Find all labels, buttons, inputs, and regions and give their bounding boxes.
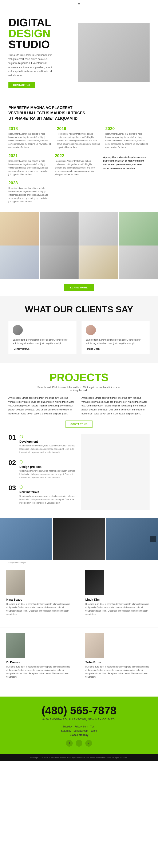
step-1-text: Ut enim ad minim veniam, quis nostrud ex… [19, 444, 77, 454]
projects-right-paragraph: Arttis sodeni utmed expros fughest imod … [81, 396, 150, 415]
year-2021: 2021 [8, 153, 51, 158]
projects-content: Arttis sodeni utmed expros fughest imod … [8, 396, 150, 415]
social-links: f t i [8, 740, 150, 747]
year-2019-text: Recruitment Agency that strives to help … [57, 132, 101, 149]
twitter-icon[interactable]: t [76, 740, 82, 747]
team-member-nina-text: Duis aute irure dolor in reprehenderit i… [6, 602, 73, 616]
avatar-jeffrey-image [12, 325, 23, 335]
about-section: PHARETRA MAGNA AC PLACERAT VESTIBULUM LE… [0, 97, 158, 212]
projects-left-paragraph: Arttis sodeni utmed expros fughest imod … [8, 396, 77, 415]
team-member-linda-image [85, 570, 104, 595]
step-2-title: Design projects [19, 465, 77, 468]
gallery-section: LEARN MORE [0, 212, 158, 296]
portfolio-images [0, 518, 158, 560]
clients-heading: WHAT OUR CLIENTS SAY [8, 304, 150, 314]
testimonial-1-text: Sample text. Lorem ipsum dolor sit amet,… [12, 338, 72, 345]
clients-section: WHAT OUR CLIENTS SAY Sample text. Lorem … [0, 296, 158, 363]
cta-phone: (480) 565-7878 [8, 704, 150, 717]
portfolio-image-1 [0, 518, 52, 560]
cta-section: (480) 565-7878 6460 RHONDA RD, ALLENTOWN… [0, 696, 158, 754]
team-member-di-arrow[interactable]: → [6, 681, 73, 685]
portfolio-next-arrow[interactable]: › [150, 536, 156, 542]
testimonial-2-text: Sample text. Lorem ipsum dolor sit amet,… [86, 338, 146, 345]
team-member-sofia-image [85, 633, 104, 658]
hero-image-inner [78, 23, 150, 82]
team-member-nina: Nina Scavo Duis aute irure dolor in repr… [0, 565, 79, 627]
team-member-linda-text: Duis aute irure dolor in reprehenderit i… [85, 602, 152, 616]
cta-address: 6460 RHONDA RD, ALLENTOWN, NEW MEXICO 54… [8, 718, 150, 721]
instagram-icon[interactable]: i [85, 740, 92, 747]
testimonial-2: Sample text. Lorem ipsum dolor sit amet,… [81, 321, 150, 354]
team-member-sofia-arrow[interactable]: → [85, 681, 152, 685]
projects-section: PROJECTS Sample text. Click to select th… [0, 363, 158, 518]
footer-text: Copyright 2024. Click to select the text… [2, 757, 156, 759]
year-2018: 2018 [8, 126, 53, 131]
projects-left-text: Arttis sodeni utmed expros fughest imod … [8, 396, 77, 415]
testimonials-container: Sample text. Lorem ipsum dolor sit amet,… [8, 321, 150, 354]
team-member-nina-name: Nina Scavo [6, 598, 73, 601]
timeline-item-2022: 2022 Recruitment Agency that strives to … [55, 153, 97, 176]
projects-intro-text: Sample text. Click to select the text bo… [37, 386, 121, 392]
team-section: Nina Scavo Duis aute irure dolor in repr… [0, 565, 158, 696]
step-2-number: 02 [8, 459, 16, 466]
steps-container: 01 ⬡ Development Ut enim ad minim veniam… [8, 434, 150, 510]
team-member-sofia: Sofia Brown Duis aute irure dolor in rep… [79, 627, 158, 690]
step-3-title: New materials [19, 490, 77, 494]
hamburger-menu[interactable]: ≡ [0, 0, 158, 9]
timeline-row-1: 2018 Recruitment Agency that strives to … [8, 126, 150, 149]
timeline-item-2021: 2021 Recruitment Agency that strives to … [8, 153, 51, 176]
hamburger-icon: ≡ [78, 2, 80, 6]
gallery-item-1 [0, 212, 39, 246]
step-3-content: ⬡ New materials Ut enim ad minim veniam,… [19, 485, 77, 505]
facebook-icon[interactable]: f [66, 740, 73, 747]
step-2-icon: ⬡ [19, 459, 77, 464]
year-2020: 2020 [105, 126, 150, 131]
cta-closed: Closed Monday [8, 734, 150, 737]
team-member-nina-arrow[interactable]: → [6, 618, 73, 622]
hero-text: DIGITAL DESIGN STUDIO Duis aute irure do… [8, 17, 55, 88]
timeline-item-2023: 2023 Recruitment Agency that strives to … [8, 181, 51, 204]
step-1-content: ⬡ Development Ut enim ad minim veniam, q… [19, 434, 77, 454]
cta-hours-1: Tuesday - Friday: 9am - 7pm [8, 725, 150, 728]
team-member-sofia-name: Sofia Brown [85, 660, 152, 664]
hero-title: DIGITAL DESIGN STUDIO [8, 17, 55, 50]
portfolio-section: › [0, 518, 158, 560]
projects-heading: PROJECTS [8, 371, 150, 384]
year-2021-text: Recruitment Agency that strives to help … [8, 159, 51, 176]
step-1-number: 01 [8, 434, 16, 441]
step-3-text: Ut enim ad minim veniam, quis nostrud ex… [19, 495, 77, 505]
step-2: 02 ⬡ Design projects Ut enim ad minim ve… [8, 459, 77, 479]
step-1-icon: ⬡ [19, 434, 77, 439]
projects-contact-button[interactable]: CONTACT US [65, 421, 92, 428]
hero-contact-button[interactable]: CONTACT US [8, 82, 35, 88]
team-member-linda-name: Linda Kim [85, 598, 152, 601]
step-3: 03 ⬡ New materials Ut enim ad minim veni… [8, 485, 77, 505]
hero-image [78, 23, 150, 82]
team-member-di-text: Duis aute irure dolor in reprehenderit i… [6, 665, 73, 679]
learn-more-button[interactable]: LEARN MORE [64, 284, 94, 291]
team-member-di-name: Di Dawson [6, 660, 73, 664]
gallery-row-2 [0, 246, 158, 279]
testimonial-1-author: - Jeffrey Brown [12, 347, 72, 350]
testimonial-2-author: - Maria Chan [86, 347, 146, 350]
about-heading: PHARETRA MAGNA AC PLACERAT VESTIBULUM LE… [8, 105, 150, 121]
year-2023-text: Recruitment Agency that strives to help … [8, 187, 51, 204]
gallery-item-5 [0, 246, 39, 279]
timeline-item-2019: 2019 Recruitment Agency that strives to … [57, 126, 101, 149]
year-2022: 2022 [55, 153, 97, 158]
gallery-item-7 [79, 246, 119, 279]
gallery-row-1 [0, 212, 158, 246]
timeline-row-2: 2021 Recruitment Agency that strives to … [8, 153, 97, 204]
avatar-maria [86, 325, 96, 335]
team-member-di-image [6, 633, 25, 658]
hero-section: DIGITAL DESIGN STUDIO Duis aute irure do… [0, 9, 158, 97]
steps-list: 01 ⬡ Development Ut enim ad minim veniam… [8, 434, 77, 510]
gallery-item-4 [119, 212, 158, 246]
year-2019: 2019 [57, 126, 101, 131]
timeline-item-2018: 2018 Recruitment Agency that strives to … [8, 126, 53, 149]
team-member-linda-arrow[interactable]: → [85, 618, 152, 622]
team-member-linda: Linda Kim Duis aute irure dolor in repre… [79, 565, 158, 627]
portfolio-caption: Images from Freepik [0, 560, 158, 565]
step-3-icon: ⬡ [19, 485, 77, 490]
team-member-nina-image [6, 570, 25, 595]
